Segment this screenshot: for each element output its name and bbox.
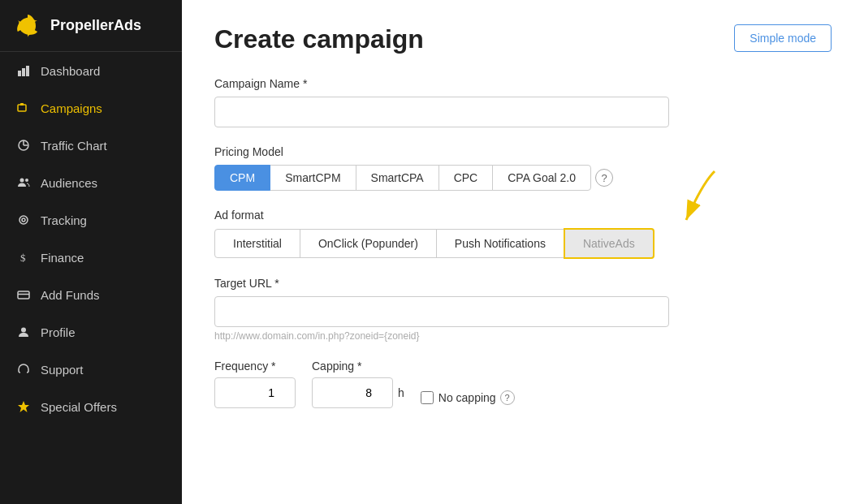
sidebar-item-dashboard-label: Dashboard [41,64,100,78]
no-capping-checkbox[interactable] [421,391,434,404]
svg-point-11 [19,216,28,224]
sidebar-item-tracking-label: Tracking [41,213,87,227]
finance-icon: $ [16,250,31,265]
sidebar-item-traffic-chart[interactable]: Traffic Chart [0,127,182,164]
sidebar: PropellerAds Dashboard Campaigns Traffic… [0,0,182,504]
pricing-model-smartcpm[interactable]: SmartCPM [270,165,356,191]
sidebar-item-dashboard[interactable]: Dashboard [0,52,182,89]
sidebar-item-add-funds-label: Add Funds [41,288,100,302]
svg-marker-17 [18,401,29,412]
frequency-capping-section: Frequency * Capping * h No capping ? [214,360,832,408]
svg-rect-3 [26,66,29,76]
format-native-ads[interactable]: NativeAds [564,228,654,259]
capping-with-unit: h [312,377,404,408]
svg-rect-2 [22,68,25,76]
dashboard-icon [16,63,31,78]
target-url-section: Target URL * http://www.domain.com/in.ph… [214,277,832,342]
pricing-model-cpm[interactable]: CPM [214,165,270,191]
logo-text: PropellerAds [50,17,141,34]
sidebar-item-finance-label: Finance [41,251,84,265]
sidebar-nav: Dashboard Campaigns Traffic Chart Audien… [0,52,182,504]
sidebar-item-profile[interactable]: Profile [0,313,182,351]
frequency-field: Frequency * [214,360,296,408]
traffic-chart-icon [16,138,31,153]
sidebar-item-campaigns-label: Campaigns [41,101,102,115]
sidebar-item-special-offers-label: Special Offers [41,400,117,414]
no-capping-help-icon[interactable]: ? [500,390,515,405]
svg-point-16 [21,328,26,333]
format-onclick-popunder[interactable]: OnClick (Popunder) [300,229,437,258]
pricing-model-section: Pricing Model CPM SmartCPM SmartCPA CPC … [214,145,832,191]
sidebar-item-traffic-chart-label: Traffic Chart [41,139,107,153]
svg-point-12 [22,218,25,222]
sidebar-item-special-offers[interactable]: Special Offers [0,388,182,425]
pricing-model-smartcpa[interactable]: SmartCPA [356,165,439,191]
capping-unit: h [398,386,404,399]
pricing-model-cpa-goal[interactable]: CPA Goal 2.0 [492,165,591,191]
capping-field: Capping * h [312,360,404,408]
page-header: Create campaign Simple mode [214,24,832,54]
add-funds-icon [16,287,31,302]
main-content: Create campaign Simple mode Campaign Nam… [182,0,864,504]
page-title: Create campaign [214,24,424,54]
sidebar-item-audiences[interactable]: Audiences [0,164,182,201]
ad-format-section: Ad format Interstitial OnClick (Popunder… [214,209,832,259]
sidebar-item-finance[interactable]: $ Finance [0,239,182,276]
sidebar-item-support-label: Support [41,363,84,377]
sidebar-item-audiences-label: Audiences [41,176,97,190]
ad-format-group: Interstitial OnClick (Popunder) Push Not… [214,228,654,259]
logo: PropellerAds [0,0,182,52]
svg-rect-4 [18,105,26,111]
svg-point-10 [25,179,28,182]
frequency-input[interactable] [214,377,296,408]
sidebar-item-profile-label: Profile [41,325,76,339]
campaigns-icon [16,101,31,115]
svg-point-0 [25,24,30,28]
sidebar-item-campaigns[interactable]: Campaigns [0,89,182,127]
sidebar-item-tracking[interactable]: Tracking [0,201,182,239]
format-interstitial[interactable]: Interstitial [214,229,300,258]
no-capping-label: No capping [438,391,496,404]
tracking-icon [16,213,31,227]
pricing-model-cpc[interactable]: CPC [438,165,494,191]
capping-input[interactable] [312,377,393,408]
pricing-model-group: CPM SmartCPM SmartCPA CPC CPA Goal 2.0 [214,165,590,191]
pricing-model-label: Pricing Model [214,145,832,158]
sidebar-item-support[interactable]: Support [0,351,182,388]
propellerads-logo-icon [13,11,42,41]
target-url-hint: http://www.domain.com/in.php?zoneid={zon… [214,330,832,342]
svg-text:$: $ [20,252,26,264]
support-icon [16,362,31,377]
audiences-icon [16,175,31,190]
format-push-notifications[interactable]: Push Notifications [436,229,564,258]
campaign-name-label: Campaign Name * [214,77,832,90]
freq-capping-row: Frequency * Capping * h No capping ? [214,360,832,408]
ad-format-label: Ad format [214,209,832,222]
special-offers-icon [16,399,31,414]
target-url-label: Target URL * [214,277,832,290]
capping-label: Capping * [312,360,404,373]
sidebar-item-add-funds[interactable]: Add Funds [0,276,182,313]
simple-mode-button[interactable]: Simple mode [734,24,832,52]
target-url-input[interactable] [214,296,669,327]
svg-rect-5 [20,103,24,106]
no-capping-row: No capping ? [421,390,515,408]
svg-point-9 [20,179,24,183]
frequency-label: Frequency * [214,360,296,373]
profile-icon [16,325,31,339]
campaign-name-section: Campaign Name * [214,77,832,127]
svg-rect-14 [18,291,29,299]
svg-rect-1 [18,71,21,76]
campaign-name-input[interactable] [214,97,669,127]
pricing-model-help-icon[interactable]: ? [595,169,613,187]
